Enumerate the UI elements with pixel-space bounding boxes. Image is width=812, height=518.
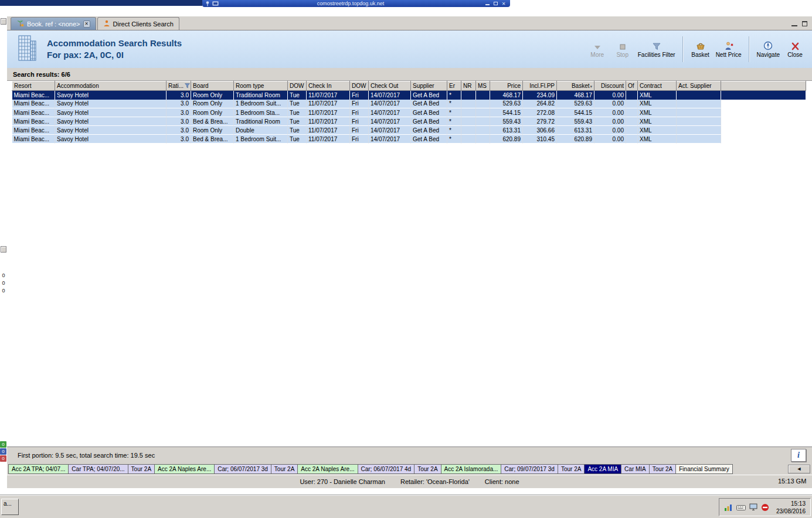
cell: Room Only (191, 91, 234, 100)
cell (476, 117, 490, 126)
cell: Miami Beac... (12, 100, 55, 108)
booking-tab[interactable]: Acc 2A MIA (585, 464, 621, 474)
basket-icon (695, 40, 706, 50)
result-row[interactable]: Miami Beac...Savoy Hotel3.0Bed & Brea...… (12, 117, 806, 126)
column-header[interactable]: Rati... (167, 81, 191, 91)
cell (626, 135, 638, 144)
rdp-minimize-button[interactable] (484, 1, 491, 6)
booking-tab[interactable]: Acc 2A Naples Are... (155, 464, 215, 474)
column-header[interactable]: Check In (307, 81, 350, 91)
booking-tab[interactable]: Tour 2A (558, 464, 585, 474)
column-header[interactable]: Resort (12, 81, 55, 91)
booking-tab[interactable]: Car; 06/07/2017 4d (358, 464, 415, 474)
column-header[interactable]: NR (461, 81, 476, 91)
column-header[interactable]: Of (626, 81, 638, 91)
dock-counter[interactable]: 0 (0, 272, 7, 280)
minimize-icon[interactable] (791, 22, 797, 26)
column-header-label: Er (449, 83, 455, 89)
pin-icon[interactable] (205, 1, 210, 6)
rdp-restore-button[interactable] (492, 1, 499, 6)
booking-tab[interactable]: Acc 2A Naples Are... (298, 464, 358, 474)
booking-tab[interactable]: Tour 2A (271, 464, 298, 474)
status-bar: First portion: 9.5 sec, total search tim… (7, 447, 812, 463)
restore-icon[interactable] (802, 21, 807, 26)
dock-counter-chip[interactable]: 0 (0, 448, 6, 455)
cell: 3.0 (167, 91, 191, 100)
cell: Tue (288, 126, 307, 135)
column-header[interactable]: DOW (288, 81, 307, 91)
column-header[interactable]: Incl.Fl.PP (523, 81, 557, 91)
cell: 11/07/2017 (307, 117, 350, 126)
cell: 559.43 (557, 117, 594, 126)
booking-tab[interactable]: Financial Summary (676, 464, 733, 474)
basket-button[interactable]: Basket (691, 40, 711, 58)
window-tab[interactable]: Book. ref : <none>✕ (11, 17, 96, 30)
more-button[interactable]: More (587, 40, 607, 58)
column-header[interactable]: MS (476, 81, 490, 91)
panel-header: Accommodation Search Results For pax: 2A… (7, 30, 812, 68)
column-header[interactable]: Accommodation (55, 81, 167, 91)
facilities-filter-button[interactable]: Facilities Filter (638, 40, 675, 58)
window-tab-bar: Book. ref : <none>✕Direct Clients Search (7, 16, 812, 30)
booking-tab[interactable]: Car; 06/07/2017 3d (215, 464, 271, 474)
result-row[interactable]: Miami Beac...Savoy Hotel3.0Room Only1 Be… (12, 108, 806, 117)
dock-counter[interactable]: 0 (0, 287, 7, 295)
column-header[interactable]: Price (490, 81, 523, 91)
booking-tab[interactable]: Tour 2A (415, 464, 441, 474)
cell: 468.17 (490, 91, 523, 100)
info-button[interactable]: i (791, 449, 806, 462)
column-header-filler (721, 81, 806, 91)
booking-tab[interactable]: Acc 2A TPA; 04/07... (8, 464, 69, 474)
accommodation-results-panel: Accommodation Search Results For pax: 2A… (7, 30, 812, 488)
booking-tab[interactable]: Car MIA (621, 464, 650, 474)
dock-toggle-icon[interactable] (1, 246, 6, 253)
result-row[interactable]: Miami Beac...Savoy Hotel3.0Bed & Brea...… (12, 135, 806, 144)
nett-price-button[interactable]: Nett Price (716, 40, 742, 58)
stop-button[interactable]: Stop (613, 40, 633, 58)
graph-icon[interactable] (724, 503, 733, 512)
display-icon[interactable] (749, 503, 757, 511)
navigate-button[interactable]: Navigate (757, 40, 780, 58)
column-header[interactable]: Supplier (411, 81, 447, 91)
booking-tab[interactable]: Car; 09/07/2017 3d (501, 464, 558, 474)
rdp-close-button[interactable]: ✕ (500, 1, 507, 6)
cell: 529.63 (557, 100, 594, 108)
column-header[interactable]: Discount (594, 81, 626, 91)
window-tab[interactable]: Direct Clients Search (97, 17, 179, 30)
column-header[interactable]: DOW (350, 81, 369, 91)
booking-tab[interactable]: Tour 2A (128, 464, 155, 474)
dock-counter[interactable]: 0 (0, 280, 7, 287)
booking-tab[interactable]: Acc 2A Islamorada... (441, 464, 502, 474)
blocked-icon[interactable] (761, 503, 769, 512)
booking-tab[interactable]: Tour 2A (650, 464, 676, 474)
column-header[interactable]: Er (447, 81, 461, 91)
dock-counter-chip[interactable]: 0 (0, 441, 6, 448)
filter-icon[interactable] (185, 83, 190, 90)
dock-toggle-icon[interactable] (1, 18, 6, 25)
dock-counter-chip[interactable]: 0 (0, 455, 6, 462)
column-header-label: DOW (290, 83, 304, 89)
column-header[interactable]: Act. Supplier (677, 81, 721, 91)
cell (677, 135, 721, 144)
cell: Miami Beac... (12, 126, 55, 135)
keyboard-icon[interactable] (736, 504, 746, 511)
column-header[interactable]: Room type (234, 81, 288, 91)
close-button[interactable]: Close (785, 40, 805, 58)
taskbar-window-button[interactable]: a... (1, 499, 19, 515)
booking-tab[interactable]: Car TPA; 04/07/20... (69, 464, 128, 474)
tab-scroll-left-button[interactable]: ◄ (788, 465, 810, 473)
column-header-label: Contract (640, 83, 662, 89)
result-row[interactable]: Miami Beac...Savoy Hotel3.0Room OnlyDoub… (12, 126, 806, 135)
column-header[interactable]: Check Out (369, 81, 411, 91)
column-header[interactable]: Board (191, 81, 234, 91)
tab-close-icon[interactable]: ✕ (83, 21, 90, 28)
result-row[interactable]: Miami Beac...Savoy Hotel3.0Room OnlyTrad… (12, 91, 806, 100)
desktop: comostreetrdp.topdog.uk.net ✕ 000 000 Bo… (0, 0, 812, 518)
column-header[interactable]: Contract (638, 81, 677, 91)
toolbar-label: Navigate (757, 52, 780, 58)
result-row[interactable]: Miami Beac...Savoy Hotel3.0Room Only1 Be… (12, 100, 806, 108)
toolbar-label: More (590, 52, 604, 58)
cell: 613.31 (557, 126, 594, 135)
column-header[interactable]: Basket▾ (557, 81, 594, 91)
cell: Traditional Room (234, 117, 288, 126)
